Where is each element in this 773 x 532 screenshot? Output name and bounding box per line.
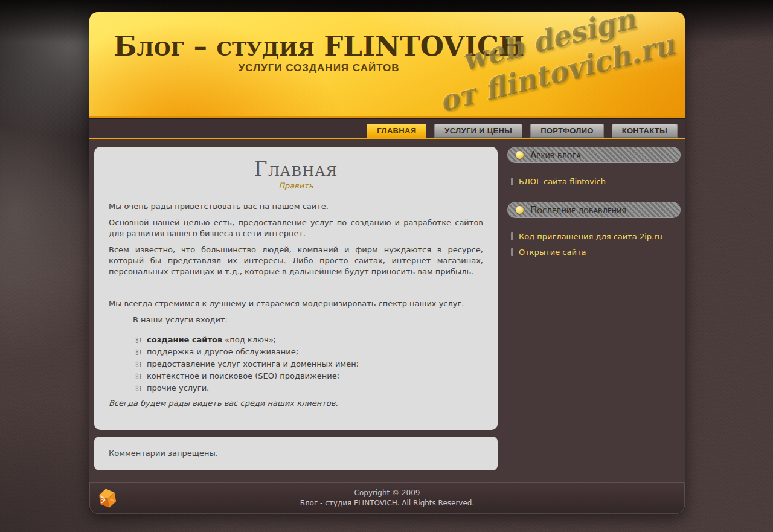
list-item-text: контекстное и поисковое (SEO) продвижени…	[147, 372, 339, 380]
sidebar-section-title: Последние добавления	[530, 205, 626, 216]
list-item: предоставление услуг хостинга и доменных…	[135, 360, 483, 368]
tab-home[interactable]: ГЛАВНАЯ	[367, 124, 426, 138]
copyright-line-2: Блог - студия FLINTOVICH. All Rights Res…	[300, 498, 475, 508]
site-footer: Copyright © 2009 Блог - студия FLINTOVIC…	[89, 482, 685, 514]
sidebar-link-row: БЛОГ сайта flintovich	[511, 177, 681, 186]
sidebar-link-blog[interactable]: БЛОГ сайта flintovich	[519, 177, 606, 186]
edit-link[interactable]: Править	[278, 181, 313, 190]
sidebar-link-row: Открытие сайта	[511, 248, 681, 257]
list-item: поддержка и другое обслуживание;	[135, 348, 483, 356]
tab-portfolio[interactable]: ПОРТФОЛИО	[530, 124, 604, 138]
site-subtitle: УСЛУГИ СОЗДАНИЯ САЙТОВ	[114, 62, 524, 74]
content-area: Главная Править Мы очень рады приветство…	[89, 139, 685, 482]
sidebar-link-site-opening[interactable]: Открытие сайта	[519, 248, 586, 257]
paragraph: Мы всегда стремимся к лучшему и стараемс…	[109, 298, 483, 309]
list-item: создание сайтов «под ключ»;	[135, 336, 483, 344]
sidebar-section-title: Архив блога	[530, 150, 581, 161]
list-item: прочие услуги.	[135, 384, 483, 393]
main-nav: ГЛАВНАЯ УСЛУГИ И ЦЕНЫ ПОРТФОЛИО КОНТАКТЫ	[89, 118, 685, 138]
sidebar-section-archive[interactable]: Архив блога	[507, 147, 681, 163]
list-item-text: предоставление услуг хостинга и доменных…	[147, 360, 359, 368]
paragraph: Мы очень рады приветствовать вас на наше…	[109, 201, 483, 212]
comments-box: Комментарии запрещены.	[94, 437, 498, 470]
post-box: Главная Править Мы очень рады приветство…	[94, 147, 498, 430]
site-header: Блог – студия FLINTOVICH УСЛУГИ СОЗДАНИЯ…	[89, 12, 685, 118]
sidebar-section-recent[interactable]: Последние добавления	[507, 202, 681, 218]
closing-note: Всегда будем рады видеть вас среди наших…	[109, 398, 483, 409]
link-marker-icon	[511, 248, 513, 256]
paragraph: Основной нашей целью есть, предоставлени…	[109, 217, 483, 239]
site-branding: Блог – студия FLINTOVICH УСЛУГИ СОЗДАНИЯ…	[114, 32, 524, 74]
page-title: Главная	[109, 164, 483, 175]
copyright-line-1: Copyright © 2009	[300, 488, 475, 498]
section-bullet-icon	[516, 151, 524, 159]
tab-contacts[interactable]: КОНТАКТЫ	[612, 124, 678, 138]
tab-services-prices[interactable]: УСЛУГИ И ЦЕНЫ	[434, 124, 522, 138]
sidebar-link-row: Код приглашения для сайта 2ip.ru	[511, 232, 681, 241]
site-title: Блог – студия FLINTOVICH	[114, 32, 524, 61]
comments-notice: Комментарии запрещены.	[109, 449, 218, 458]
main-column: Главная Править Мы очень рады приветство…	[94, 147, 498, 470]
services-list: создание сайтов «под ключ»; поддержка и …	[135, 336, 483, 393]
page-container: Блог – студия FLINTOVICH УСЛУГИ СОЗДАНИЯ…	[89, 12, 685, 514]
list-item-text: поддержка и другое обслуживание;	[147, 348, 298, 356]
list-item-text: создание сайтов «под ключ»;	[147, 336, 276, 344]
section-bullet-icon	[516, 206, 524, 214]
paragraph: Всем известно, что большинство людей, ко…	[109, 245, 483, 277]
services-intro: В наши услуги входит:	[133, 315, 483, 325]
edit-row: Править	[109, 181, 483, 191]
logo-cube-icon[interactable]	[97, 487, 118, 509]
list-item-text: прочие услуги.	[147, 384, 209, 393]
copyright: Copyright © 2009 Блог - студия FLINTOVIC…	[300, 488, 475, 508]
list-bullet-icon	[135, 385, 142, 392]
list-bullet-icon	[135, 349, 142, 356]
sidebar: Архив блога БЛОГ сайта flintovich Послед…	[507, 147, 681, 470]
sidebar-link-invite-code[interactable]: Код приглашения для сайта 2ip.ru	[519, 232, 662, 241]
list-item: контекстное и поисковое (SEO) продвижени…	[135, 372, 483, 380]
link-marker-icon	[511, 178, 513, 185]
list-bullet-icon	[135, 373, 142, 380]
list-bullet-icon	[135, 337, 142, 344]
link-marker-icon	[511, 232, 513, 240]
list-bullet-icon	[135, 361, 142, 368]
